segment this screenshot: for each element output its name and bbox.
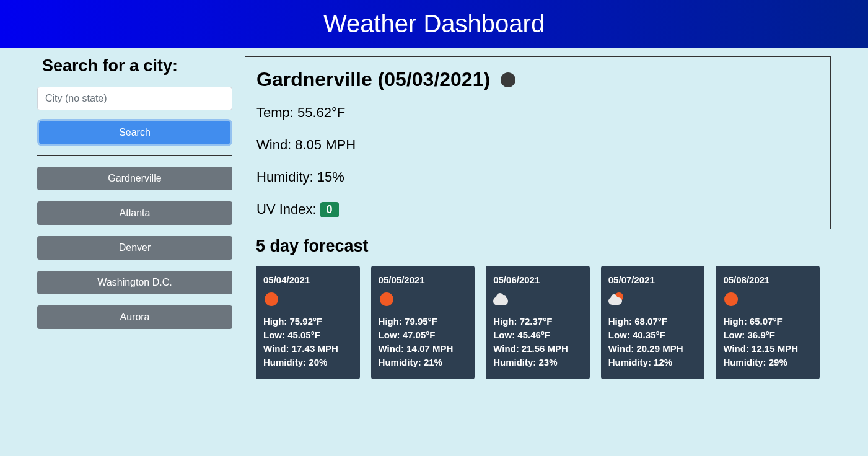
history-item-gardnerville[interactable]: Gardnerville [37, 167, 232, 190]
divider [37, 155, 232, 156]
forecast-high: High: 68.07°F [608, 316, 698, 327]
history-item-denver[interactable]: Denver [37, 236, 232, 260]
forecast-date: 05/06/2021 [493, 274, 582, 285]
sun-icon [265, 292, 278, 306]
forecast-card: 05/07/2021 High: 68.07°F Low: 40.35°F Wi… [601, 266, 705, 379]
page-header: Weather Dashboard [0, 0, 868, 48]
forecast-date: 05/08/2021 [723, 274, 812, 285]
page-title: Weather Dashboard [323, 10, 545, 37]
forecast-low: Low: 45.05°F [263, 330, 353, 340]
humidity-label: Humidity: [256, 169, 313, 185]
forecast-wind: Wind: 14.07 MPH [379, 343, 468, 354]
history-list: Gardnerville Atlanta Denver Washington D… [37, 167, 232, 329]
current-temp: Temp: 55.62°F [256, 105, 819, 121]
forecast-list: 05/04/2021 High: 75.92°F Low: 45.05°F Wi… [245, 266, 831, 379]
forecast-icon [379, 291, 395, 307]
history-item-atlanta[interactable]: Atlanta [37, 201, 232, 225]
sun-icon [724, 292, 738, 306]
main-content: Gardnerville (05/03/2021) Temp: 55.62°F … [245, 56, 831, 379]
forecast-card: 05/04/2021 High: 75.92°F Low: 45.05°F Wi… [256, 266, 360, 379]
forecast-date: 05/07/2021 [608, 274, 698, 285]
forecast-humidity: Humidity: 29% [723, 357, 812, 367]
current-weather-icon [500, 72, 516, 88]
forecast-card: 05/06/2021 High: 72.37°F Low: 45.46°F Wi… [486, 266, 590, 379]
forecast-low: Low: 47.05°F [379, 330, 468, 340]
forecast-icon [608, 291, 625, 307]
sidebar: Search for a city: Search Gardnerville A… [37, 56, 232, 379]
forecast-humidity: Humidity: 20% [263, 357, 353, 367]
forecast-heading: 5 day forecast [256, 237, 831, 256]
forecast-high: High: 79.95°F [379, 316, 468, 327]
forecast-low: Low: 36.9°F [723, 330, 812, 340]
forecast-low: Low: 40.35°F [608, 330, 698, 340]
forecast-icon [493, 291, 509, 307]
forecast-icon [723, 291, 739, 307]
history-item-aurora[interactable]: Aurora [37, 305, 232, 329]
sun-icon [380, 292, 393, 306]
haze-icon [501, 72, 515, 87]
temp-value: 55.62°F [297, 105, 345, 121]
search-input[interactable] [37, 87, 232, 110]
forecast-wind: Wind: 17.43 MPH [263, 343, 353, 354]
forecast-humidity: Humidity: 21% [379, 357, 468, 367]
forecast-date: 05/05/2021 [379, 274, 468, 285]
uv-badge: 0 [320, 202, 339, 217]
search-heading: Search for a city: [42, 56, 232, 76]
wind-value: 8.05 MPH [295, 137, 356, 153]
current-weather-panel: Gardnerville (05/03/2021) Temp: 55.62°F … [245, 56, 831, 229]
search-button[interactable]: Search [37, 119, 232, 146]
wind-label: Wind: [256, 137, 291, 153]
forecast-humidity: Humidity: 23% [493, 357, 582, 367]
current-title: Gardnerville (05/03/2021) [256, 68, 819, 91]
forecast-high: High: 75.92°F [263, 316, 353, 327]
forecast-wind: Wind: 12.15 MPH [723, 343, 812, 354]
forecast-low: Low: 45.46°F [493, 330, 582, 340]
current-humidity: Humidity: 15% [256, 169, 819, 185]
temp-label: Temp: [256, 105, 294, 121]
forecast-wind: Wind: 20.29 MPH [608, 343, 698, 354]
forecast-card: 05/08/2021 High: 65.07°F Low: 36.9°F Win… [716, 266, 820, 379]
uv-label: UV Index: [256, 201, 317, 217]
current-uv: UV Index: 0 [256, 201, 819, 217]
forecast-high: High: 65.07°F [723, 316, 812, 327]
current-wind: Wind: 8.05 MPH [256, 137, 819, 153]
forecast-wind: Wind: 21.56 MPH [493, 343, 582, 354]
forecast-card: 05/05/2021 High: 79.95°F Low: 47.05°F Wi… [371, 266, 475, 379]
cloud-icon [493, 293, 509, 305]
history-item-washington-dc[interactable]: Washington D.C. [37, 271, 232, 294]
humidity-value: 15% [317, 169, 344, 185]
main-container: Search for a city: Search Gardnerville A… [0, 48, 868, 392]
forecast-date: 05/04/2021 [263, 274, 353, 285]
forecast-high: High: 72.37°F [493, 316, 582, 327]
cloud-sun-icon [608, 292, 625, 306]
forecast-humidity: Humidity: 12% [608, 357, 698, 367]
forecast-icon [263, 291, 279, 307]
current-city-date: Gardnerville (05/03/2021) [256, 68, 490, 91]
